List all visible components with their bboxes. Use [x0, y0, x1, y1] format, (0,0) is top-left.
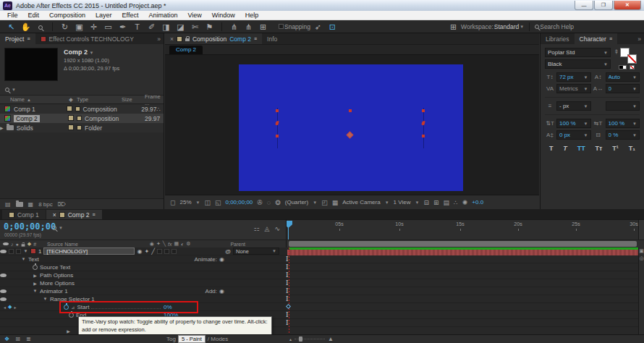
tab-composition[interactable]: × Composition Comp 2 ≡ [165, 33, 262, 44]
eye-icon[interactable] [0, 250, 7, 253]
font-family-select[interactable]: Poplar Std▼ [545, 48, 611, 57]
fx-switch-label[interactable]: fx [168, 242, 171, 247]
camera-caret-icon[interactable]: ▼ [385, 200, 389, 205]
snapshot-icon[interactable]: ✇ [257, 199, 263, 206]
search-help-input[interactable]: Search Help [540, 23, 574, 30]
faux-bold-button[interactable]: T [549, 145, 554, 152]
default-colors-icon[interactable] [619, 65, 627, 69]
audio-column-icon[interactable]: ♪ [11, 242, 14, 247]
parent-select[interactable]: None▼ [233, 247, 279, 255]
world-axis-mode-icon[interactable]: ⋔ [242, 21, 255, 33]
local-axis-mode-icon[interactable]: ⋔ [227, 21, 241, 33]
quality-toggle-icon[interactable]: ◉ [137, 248, 142, 255]
mask-visibility-icon[interactable]: ◱ [215, 199, 221, 206]
timeline-search[interactable]: ▼ [52, 226, 63, 230]
selection-tool-icon[interactable]: ↖ [4, 21, 18, 33]
close-tab-icon[interactable]: × [170, 35, 174, 43]
table-row-comp1[interactable]: Comp 1 Composition 29.97 ∴ [0, 104, 164, 114]
grid-guides-icon[interactable]: ◫ [204, 199, 211, 206]
brainstorm-icon[interactable]: ≣ [26, 336, 31, 342]
selector-handle[interactable] [422, 109, 425, 112]
faux-italic-button[interactable]: T [563, 145, 567, 152]
layer-bar-maroon[interactable] [287, 250, 638, 255]
always-preview-icon[interactable]: ◻ [170, 199, 175, 206]
clone-stamp-tool-icon[interactable]: ◨ [159, 21, 173, 33]
panel-menu-icon[interactable]: ≡ [254, 36, 257, 41]
resolution-caret-icon[interactable]: ▼ [313, 200, 317, 205]
tab-info[interactable]: Info [262, 33, 282, 44]
column-label-icon[interactable]: ◆ [65, 96, 77, 103]
prop-label[interactable]: Animator 1 [40, 288, 68, 295]
channel-icon[interactable]: ❂ [275, 199, 281, 206]
font-style-select[interactable]: Black▼ [545, 59, 611, 69]
index-column-label[interactable]: # [33, 242, 36, 247]
layer-row-technology[interactable]: ▼ 1 [TECHNOLOGY] ◉ ✦ ╱ @ None▼ [0, 247, 287, 255]
quality-switch-icon[interactable]: ╲ [163, 241, 166, 247]
expander-icon[interactable]: ▼ [43, 297, 48, 301]
stroke-style-select[interactable]: ▼ [606, 101, 640, 111]
close-tab-icon[interactable]: × [53, 211, 56, 219]
menu-help[interactable]: Help [240, 12, 264, 19]
pixel-aspect-icon[interactable]: ⊟ [423, 199, 429, 206]
resolution-value[interactable]: (Quarter) [285, 199, 308, 206]
close-button[interactable]: ✕ [614, 1, 641, 10]
comp-mini-flowchart-icon[interactable]: ⚏ [253, 225, 259, 232]
prop-label[interactable]: Path Options [40, 272, 73, 279]
prop-label[interactable]: Source Text [40, 264, 70, 271]
vertical-scale-select[interactable]: 100 %▼ [556, 119, 591, 128]
rectangle-tool-icon[interactable]: ▭ [101, 21, 115, 33]
pickwhip-icon[interactable]: @ [225, 248, 231, 255]
prop-row-path-options[interactable]: ▶ Path Options [0, 271, 287, 279]
kerning-select[interactable]: Metrics▼ [556, 84, 591, 93]
transparency-grid-icon[interactable]: ▦ [332, 199, 339, 206]
prop-row-text[interactable]: ▼ Text Animate: ◉ [0, 255, 287, 263]
expander-icon[interactable]: ▶ [0, 125, 4, 130]
selector-handle[interactable] [276, 109, 279, 112]
new-folder-icon[interactable] [16, 202, 23, 207]
selector-arrow[interactable] [275, 121, 279, 126]
tab-overflow-chevron[interactable]: » [154, 35, 164, 43]
stopwatch-icon[interactable] [33, 265, 38, 270]
pen-tool-icon[interactable]: ✒ [116, 21, 130, 33]
no-color-icon[interactable] [630, 65, 635, 69]
solo-column-icon[interactable]: ● [16, 242, 19, 247]
tab-character[interactable]: Character ≡ [575, 33, 617, 44]
shield-icon[interactable]: ▣ [639, 247, 644, 255]
show-snapshot-icon[interactable]: ◌ [267, 199, 271, 206]
leading-select[interactable]: Auto▼ [606, 72, 640, 82]
column-type[interactable]: Type [77, 96, 122, 103]
tracking-select[interactable]: 0▼ [606, 84, 640, 93]
label-chip[interactable] [68, 124, 74, 130]
next-keyframe-icon[interactable]: ▸ [14, 305, 16, 310]
collapse-switch-icon[interactable]: ✦ [156, 241, 161, 247]
source-name-column-label[interactable]: Source Name [47, 242, 78, 247]
rotate-tool-icon[interactable]: ↻ [58, 21, 72, 33]
3d-switch-icon[interactable]: ⚙ [186, 241, 190, 247]
solo-toggle[interactable] [16, 249, 21, 254]
anchor-handle[interactable] [349, 109, 352, 112]
eraser-tool-icon[interactable]: ◪ [174, 21, 187, 33]
expander-icon[interactable]: ▼ [23, 249, 28, 253]
prev-keyframe-icon[interactable]: ◂ [4, 305, 6, 310]
parent-column-label[interactable]: Parent [230, 242, 245, 247]
time-ruler[interactable]: 05s 10s 15s 20s 25s 30s [287, 220, 638, 240]
motion-blur-switch-icon[interactable]: ◐ [181, 242, 184, 247]
restore-button[interactable]: ❐ [594, 1, 613, 10]
prop-row-more-options[interactable]: ▶ More Options [0, 279, 287, 287]
draft-3d-icon[interactable]: ◬ [265, 225, 270, 232]
view-layout-caret-icon[interactable]: ▼ [415, 200, 419, 205]
add-button[interactable]: ◉ [219, 288, 224, 295]
composition-viewport[interactable] [165, 54, 539, 195]
prop-label[interactable]: Text [28, 256, 39, 263]
selector-handle[interactable] [276, 135, 279, 137]
selector-arrow[interactable] [421, 121, 425, 126]
pan-behind-tool-icon[interactable]: ✛ [87, 21, 101, 33]
frame-blend-icon[interactable]: ❖ [4, 336, 9, 342]
layer-label-chip[interactable] [30, 248, 36, 254]
menu-animation[interactable]: Animation [143, 12, 182, 19]
shy-switch-icon[interactable]: ◉ [150, 241, 154, 247]
comp-button-icon[interactable]: ◎ [639, 255, 644, 262]
minimize-button[interactable]: — [575, 1, 593, 10]
superscript-button[interactable]: T¹ [612, 145, 619, 152]
switch-box[interactable] [164, 249, 169, 254]
